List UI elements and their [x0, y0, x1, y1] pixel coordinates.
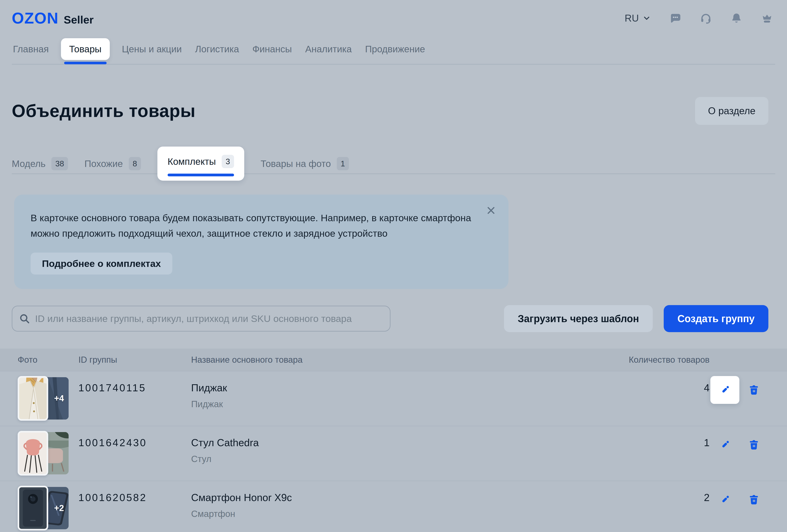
group-id: 1001620582: [79, 492, 191, 503]
header-group-id: ID группы: [79, 355, 191, 365]
top-bar: OZON Seller RU: [0, 0, 787, 29]
about-section-button[interactable]: О разделе: [695, 97, 768, 125]
product-count: 4: [612, 382, 709, 394]
product-photo[interactable]: +2: [18, 486, 69, 530]
delete-button[interactable]: [744, 380, 763, 399]
more-photos-badge: +4: [54, 394, 64, 403]
group-id: 1001740115: [79, 382, 191, 394]
header-photo: Фото: [18, 355, 79, 365]
search-icon: [19, 313, 30, 324]
tab-count-badge: 8: [129, 157, 141, 170]
table-row: 1001642430 Стул Cathedra Стул 1: [0, 426, 787, 481]
main-nav: Главная Товары Цены и акции Логистика Фи…: [0, 37, 787, 61]
chat-icon[interactable]: [669, 12, 682, 24]
product-name: Пиджак: [191, 382, 612, 394]
table-row: +2 1001620582: [0, 481, 787, 532]
tab-count-badge: 1: [337, 157, 349, 170]
product-category: Смартфон: [191, 509, 612, 519]
edit-button[interactable]: [716, 490, 734, 509]
search-input[interactable]: [35, 313, 383, 324]
table-row: +4: [0, 371, 787, 426]
edit-button-highlight: [710, 376, 739, 404]
toolbar-buttons: Загрузить через шаблон Создать группу: [504, 305, 768, 332]
edit-button[interactable]: [716, 380, 734, 399]
banner-text-line1: В карточке основного товара будем показы…: [30, 210, 479, 226]
ozon-seller-page: OZON Seller RU Главная: [0, 0, 787, 532]
product-photo[interactable]: [18, 431, 69, 475]
header-product-count: Количество товаров: [612, 355, 709, 365]
group-id: 1001642430: [79, 437, 191, 448]
product-name: Стул Cathedra: [191, 437, 612, 448]
product-photo-front: [18, 376, 48, 421]
nav-item-tovary[interactable]: Товары: [61, 38, 110, 60]
more-photos-badge: +2: [54, 503, 64, 513]
title-row: Объединить товары О разделе: [0, 97, 787, 125]
nav-item-tseny-i-aktsii[interactable]: Цены и акции: [121, 44, 183, 54]
premium-crown-icon[interactable]: [761, 12, 773, 24]
tab-label: Похожие: [84, 158, 123, 169]
tab-model[interactable]: Модель 38: [12, 157, 68, 170]
delete-button-wrap: [739, 376, 768, 404]
top-right-controls: RU: [625, 12, 773, 24]
search-box[interactable]: [12, 306, 390, 332]
language-label: RU: [625, 13, 639, 24]
tab-label: Комплекты: [168, 156, 216, 167]
tab-count-badge: 38: [51, 157, 68, 170]
create-group-button[interactable]: Создать группу: [664, 305, 768, 332]
delete-button-wrap: [739, 486, 768, 514]
sub-tabs: Модель 38 Похожие 8 Комплекты 3 Товары н…: [0, 148, 787, 179]
tab-label: Товары на фото: [261, 158, 331, 169]
upload-template-button[interactable]: Загрузить через шаблон: [504, 305, 653, 332]
product-photo-front: [18, 431, 48, 475]
edit-button-wrap: [710, 486, 739, 514]
info-banner: В карточке основного товара будем показы…: [14, 195, 508, 289]
nav-item-finansy[interactable]: Финансы: [251, 44, 293, 54]
nav-underline: [12, 64, 775, 65]
toolbar: Загрузить через шаблон Создать группу: [0, 305, 787, 332]
tab-tovary-na-foto[interactable]: Товары на фото 1: [261, 157, 349, 170]
logo-seller-text: Seller: [64, 13, 94, 26]
header-main-product: Название основного товара: [191, 355, 612, 365]
nav-item-glavnaya[interactable]: Главная: [12, 44, 50, 54]
nav-item-prodvizhenie[interactable]: Продвижение: [364, 44, 426, 54]
tab-pohozhie[interactable]: Похожие 8: [84, 157, 141, 170]
close-icon[interactable]: [485, 204, 497, 217]
delete-button-wrap: [739, 431, 768, 459]
banner-more-button[interactable]: Подробнее о комплектах: [30, 252, 172, 274]
tab-komplekty[interactable]: Комплекты 3: [157, 147, 244, 181]
language-selector[interactable]: RU: [625, 13, 651, 24]
product-photo[interactable]: +4: [18, 376, 69, 421]
edit-button[interactable]: [716, 436, 734, 454]
delete-button[interactable]: [744, 490, 763, 509]
product-photo-front: [18, 486, 48, 530]
nav-item-analitika[interactable]: Аналитика: [304, 44, 353, 54]
nav-item-logistika[interactable]: Логистика: [194, 44, 240, 54]
product-name: Смартфон Honor X9c: [191, 492, 612, 503]
notifications-bell-icon[interactable]: [730, 12, 743, 24]
tab-count-badge: 3: [222, 155, 234, 168]
support-headset-icon[interactable]: [700, 12, 712, 24]
groups-table: Фото ID группы Название основного товара…: [0, 349, 787, 532]
banner-text-line2: можно предложить подходящий чехол, защит…: [30, 226, 479, 241]
tab-label: Модель: [12, 158, 45, 169]
tabs-underline: [12, 173, 775, 174]
table-header: Фото ID группы Название основного товара…: [0, 349, 787, 371]
edit-button-wrap: [710, 431, 739, 459]
delete-button[interactable]: [744, 436, 763, 454]
product-category: Стул: [191, 453, 612, 464]
product-count: 2: [612, 492, 709, 503]
product-category: Пиджак: [191, 399, 612, 409]
chevron-down-icon: [642, 14, 651, 23]
product-count: 1: [612, 437, 709, 448]
page-title: Объединить товары: [12, 101, 196, 121]
ozon-seller-logo[interactable]: OZON Seller: [12, 9, 94, 27]
logo-ozon-text: OZON: [12, 9, 59, 27]
